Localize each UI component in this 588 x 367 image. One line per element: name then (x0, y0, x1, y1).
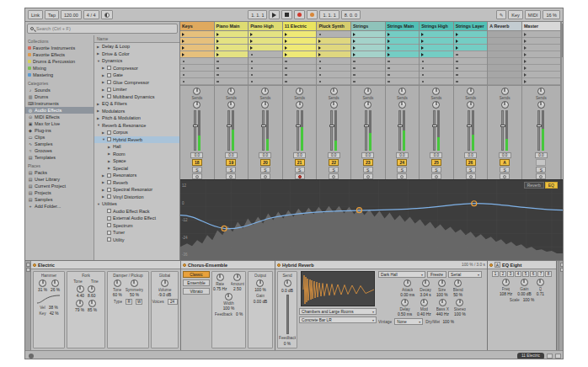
volume-value[interactable]: 0.0 (259, 152, 271, 158)
volume-value[interactable]: 0.0 (328, 152, 340, 158)
clip-slot[interactable] (522, 31, 560, 38)
clip-slot[interactable] (488, 78, 521, 85)
category-item[interactable]: ▥ Drums (25, 93, 94, 100)
clip-slot[interactable] (522, 58, 560, 65)
chorus-title-bar[interactable]: Chorus-Ensemble (181, 261, 275, 269)
clip-slot[interactable] (283, 31, 317, 38)
volume-value[interactable]: 0.0 (430, 152, 442, 158)
tree-item[interactable]: Spectrum (94, 222, 179, 230)
tine-decay-knob[interactable] (88, 285, 95, 293)
track-activator[interactable]: 22 (329, 159, 339, 166)
volume-value[interactable]: 0.0 (361, 152, 374, 158)
place-item[interactable]: ▤ Current Project (25, 183, 94, 189)
volume-fader[interactable] (351, 109, 385, 152)
clip-slot[interactable] (386, 45, 420, 51)
volume-fader[interactable] (386, 109, 420, 152)
midi-map-button[interactable]: MIDI (525, 10, 542, 19)
clip-slot[interactable] (283, 65, 317, 72)
clip-slot[interactable] (180, 78, 214, 85)
send-a-knob[interactable] (398, 88, 406, 95)
clip-slot[interactable] (522, 78, 560, 85)
clip-slot[interactable] (386, 65, 420, 72)
track-header[interactable]: A Reverb (488, 22, 521, 31)
hybrid-reverb-title-bar[interactable]: Hybrid Reverb 100 % / 3.0 s (275, 261, 487, 269)
solo-button[interactable]: S (295, 167, 305, 173)
clip-slot[interactable] (180, 65, 214, 72)
send-a-knob[interactable] (364, 88, 372, 95)
tree-item[interactable]: ▶ Resonators (94, 172, 179, 179)
track-header[interactable]: Pluck Synth (317, 22, 350, 31)
category-item[interactable]: ⊙ MIDI Effects (25, 114, 94, 120)
track-header[interactable]: Strings (351, 22, 385, 31)
solo-button[interactable]: S (226, 167, 236, 173)
clip-slot[interactable] (420, 51, 453, 58)
tree-item[interactable]: Utility (94, 237, 179, 244)
clip-slot[interactable] (488, 65, 521, 72)
collection-item[interactable]: Favorite Effects (25, 51, 94, 58)
track-activator[interactable]: 23 (363, 159, 373, 166)
hybrid-param-knob[interactable] (422, 279, 430, 287)
clip-slot[interactable] (420, 45, 453, 51)
tree-item[interactable]: Tuner (94, 229, 179, 237)
damper-tone-value[interactable]: 60 % (113, 293, 122, 297)
send-a-knob[interactable] (537, 88, 545, 95)
freeze-button[interactable]: Freeze (427, 271, 446, 278)
link-button[interactable]: Link (28, 10, 43, 19)
track-header[interactable]: Strings Main (386, 22, 420, 31)
track-header[interactable]: Strings High (420, 22, 453, 31)
search-input[interactable] (36, 26, 174, 31)
arm-button[interactable] (260, 173, 270, 179)
tap-tempo-button[interactable]: Tap (45, 10, 59, 19)
clip-slot[interactable] (215, 45, 249, 51)
volume-fader[interactable] (180, 109, 214, 152)
clip-slot[interactable] (454, 51, 488, 58)
tone-decay-value[interactable]: 4.40 (77, 294, 84, 298)
clip-slot[interactable] (386, 72, 420, 78)
tree-item[interactable]: ▶ Modulators (94, 108, 179, 115)
volume-knob[interactable] (161, 279, 168, 287)
arm-button[interactable] (192, 173, 202, 179)
vintage-selector[interactable]: None (394, 318, 423, 325)
width-value[interactable]: 100 % (223, 306, 235, 311)
clip-slot[interactable] (249, 58, 282, 65)
pan-knob[interactable] (261, 101, 269, 109)
solo-button[interactable]: S (466, 167, 476, 173)
device-on-toggle[interactable] (277, 263, 281, 267)
eq-band-button[interactable]: 7 (537, 271, 544, 277)
tree-item[interactable]: ▶ Room (94, 151, 179, 158)
view-chip[interactable] (26, 263, 30, 267)
symmetry-knob[interactable] (131, 279, 138, 287)
volume-value[interactable]: 0.0 (396, 152, 409, 158)
solo-button[interactable]: S (363, 167, 373, 173)
clip-slot[interactable] (249, 72, 282, 78)
hybrid-param-knob[interactable] (439, 299, 446, 306)
arm-button[interactable] (431, 173, 441, 179)
eq-band-button[interactable]: 6 (530, 271, 537, 277)
tree-item[interactable]: ▶ Hall (94, 143, 179, 151)
clip-slot[interactable] (351, 72, 385, 78)
clip-slot[interactable] (454, 72, 488, 78)
name-column-header[interactable]: Name (94, 35, 179, 43)
track-header[interactable]: 11 Electric (283, 22, 317, 31)
tree-item[interactable]: External Audio Effect (94, 215, 179, 222)
hybrid-param-knob[interactable] (438, 279, 446, 287)
clip-slot[interactable] (215, 51, 249, 58)
track-activator[interactable]: 19 (226, 159, 236, 166)
time-signature-field[interactable]: 4 / 4 (83, 10, 99, 19)
clip-slot[interactable] (215, 78, 249, 85)
collection-item[interactable]: Mixing (25, 65, 94, 72)
force-value[interactable]: 26 % (51, 288, 60, 292)
clip-slot[interactable] (420, 38, 453, 45)
volume-value[interactable]: 0.0 (499, 152, 511, 158)
loop-length-display[interactable]: 8. 0. 0 (341, 10, 361, 19)
volume-value[interactable]: 0.0 (293, 152, 306, 158)
algorithm-selector[interactable]: Dark Hall (378, 271, 425, 278)
solo-button[interactable]: S (500, 167, 510, 173)
tree-item[interactable]: ▶ Spectral Resonator (94, 186, 179, 194)
send-knob[interactable] (284, 279, 291, 287)
stereo-value[interactable]: 100 % (454, 312, 466, 316)
info-icon[interactable] (29, 354, 34, 359)
key-value[interactable]: 42 % (50, 311, 59, 316)
pan-knob[interactable] (330, 101, 338, 109)
send-a-knob[interactable] (432, 88, 440, 95)
